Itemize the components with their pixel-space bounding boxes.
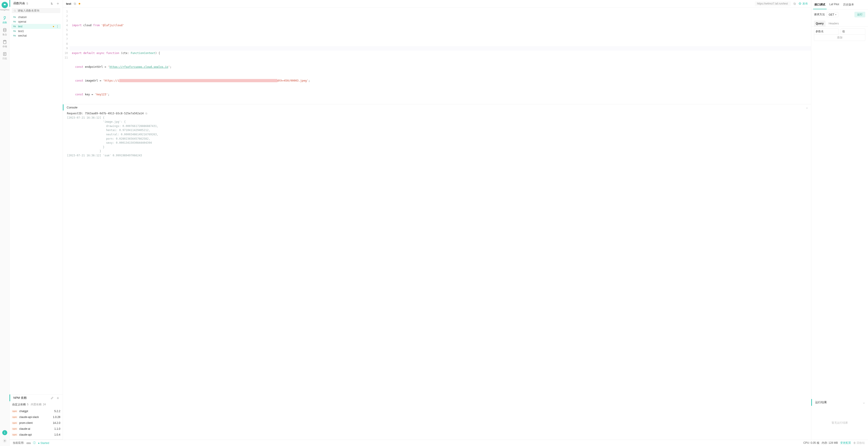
copy-url-icon[interactable] bbox=[793, 2, 796, 5]
current-app-name[interactable]: oss bbox=[26, 442, 31, 445]
nav-rail: HangZhou 函数 集合 存储 日志 1 bbox=[0, 0, 9, 446]
function-item[interactable]: TStest⋮ bbox=[11, 24, 61, 29]
functions-count: 5 bbox=[26, 2, 28, 5]
publish-button[interactable]: 发布 bbox=[798, 2, 808, 6]
add-dep-button[interactable]: ＋ bbox=[55, 396, 60, 400]
svg-point-5 bbox=[14, 10, 16, 11]
mem-stat: 内存: 128 MB bbox=[822, 441, 838, 445]
editor-header: test https://w4mci7.laf.run/test 发布 bbox=[63, 0, 811, 7]
editor-filename: test bbox=[66, 2, 71, 5]
npm-panel-header: NPM 依赖 ＋ bbox=[9, 394, 63, 401]
function-item-more[interactable]: ⋮ bbox=[56, 25, 59, 28]
function-search[interactable] bbox=[12, 8, 60, 13]
npm-item[interactable]: npmclaude-api1.0.4 bbox=[11, 432, 61, 438]
method-label: 请求方法 bbox=[814, 13, 825, 17]
functions-panel-header: 函数列表 5 ＋ bbox=[9, 0, 63, 7]
region-label: HangZhou bbox=[0, 8, 9, 11]
right-panel-tabs: 接口调试 Laf Pilot 历史版本 bbox=[811, 0, 868, 9]
search-icon bbox=[13, 9, 16, 12]
chevron-down-icon[interactable]: ⌵ bbox=[806, 106, 808, 109]
chevron-down-icon[interactable]: ⌵ bbox=[863, 401, 865, 404]
modified-dot-icon bbox=[79, 3, 80, 4]
svg-rect-2 bbox=[4, 40, 5, 41]
param-value-header: 值 bbox=[841, 29, 866, 35]
settings-icon[interactable] bbox=[1, 438, 8, 444]
line-gutter: 1234567891011 bbox=[63, 9, 70, 104]
chevron-down-icon: ▾ bbox=[835, 13, 836, 16]
copy-name-icon[interactable] bbox=[73, 2, 76, 5]
tab-history[interactable]: 历史版本 bbox=[842, 1, 855, 9]
svg-point-0 bbox=[3, 29, 6, 30]
subtab-headers[interactable]: Headers bbox=[827, 21, 841, 26]
console-header[interactable]: Console ⌵ bbox=[63, 104, 811, 110]
cpu-stat: CPU: 0.05 核 bbox=[803, 441, 819, 445]
run-button[interactable]: 运行 bbox=[855, 12, 865, 18]
svg-rect-7 bbox=[74, 3, 75, 4]
console-title: Console bbox=[67, 106, 78, 109]
function-item[interactable]: TSchatsiri bbox=[11, 15, 61, 20]
result-header[interactable]: 运行结果 ⌵ bbox=[811, 399, 868, 406]
user-avatar[interactable]: 1 bbox=[2, 430, 7, 435]
svg-point-4 bbox=[4, 440, 5, 442]
modified-dot-icon bbox=[53, 26, 54, 27]
param-name-header: 参数名 bbox=[814, 29, 839, 35]
npm-tab-custom[interactable]: 自定义依赖 5 bbox=[12, 403, 29, 407]
rail-item-logs[interactable]: 日志 bbox=[0, 50, 9, 62]
svg-rect-9 bbox=[794, 3, 795, 4]
svg-rect-6 bbox=[74, 3, 76, 4]
code-editor[interactable]: 1234567891011 import cloud from '@lafjs/… bbox=[63, 7, 811, 104]
copy-request-id-icon[interactable]: ⧉ bbox=[145, 112, 147, 115]
function-item[interactable]: TStest1 bbox=[11, 29, 61, 33]
rail-item-storage[interactable]: 存储 bbox=[0, 38, 9, 50]
result-body: 暂无运行结果 bbox=[811, 406, 868, 440]
logo-icon[interactable] bbox=[2, 2, 8, 8]
change-config-button[interactable]: 变更配置 bbox=[840, 441, 851, 445]
function-search-input[interactable] bbox=[18, 9, 59, 12]
subtab-query[interactable]: Query bbox=[814, 21, 826, 26]
result-title: 运行结果 bbox=[815, 401, 827, 405]
function-list: TSchatsiri TSopenai TStest⋮ TStest1 TSwe… bbox=[9, 14, 63, 40]
function-item[interactable]: TSopenai bbox=[11, 20, 61, 24]
edit-deps-icon[interactable] bbox=[50, 396, 54, 400]
rail-item-functions[interactable]: 函数 bbox=[0, 14, 9, 26]
add-param-button[interactable]: 添加 bbox=[814, 35, 865, 41]
tree-icon[interactable] bbox=[50, 2, 54, 5]
npm-item[interactable]: npmchatgpt5.2.2 bbox=[11, 408, 61, 414]
functions-title: 函数列表 bbox=[13, 1, 25, 5]
add-function-button[interactable]: ＋ bbox=[55, 2, 60, 5]
method-select[interactable]: GET ▾ bbox=[827, 12, 838, 17]
tab-api-debug[interactable]: 接口调试 bbox=[813, 1, 827, 9]
run-url[interactable]: https://w4mci7.laf.run/test bbox=[755, 1, 791, 6]
status-bar: 当前应用: oss ⓘ ● Started CPU: 0.05 核 内存: 12… bbox=[9, 440, 868, 446]
npm-item[interactable]: npmprom-client14.2.0 bbox=[11, 420, 61, 426]
rocket-icon bbox=[798, 2, 802, 5]
function-item[interactable]: TSwechat bbox=[11, 33, 61, 38]
npm-item[interactable]: npmclaude-api-slack1.0.28 bbox=[11, 414, 61, 420]
npm-tab-builtin[interactable]: 内置依赖 24 bbox=[31, 403, 46, 407]
app-status: ● Started bbox=[38, 442, 49, 445]
npm-item[interactable]: npmclaude-ai1.1.0 bbox=[11, 426, 61, 432]
rail-item-collections[interactable]: 集合 bbox=[0, 26, 9, 38]
current-app-label: 当前应用: bbox=[13, 441, 24, 445]
npm-title: NPM 依赖 bbox=[13, 396, 27, 400]
trash-button[interactable]: 🗑 回收站 bbox=[853, 441, 865, 445]
info-icon[interactable]: ⓘ bbox=[33, 441, 36, 445]
tab-laf-pilot[interactable]: Laf Pilot bbox=[828, 1, 840, 9]
svg-rect-8 bbox=[794, 3, 796, 4]
console-output[interactable]: RequestID: 7563aa89-0d7b-4913-b5c8-525e7… bbox=[63, 110, 811, 161]
